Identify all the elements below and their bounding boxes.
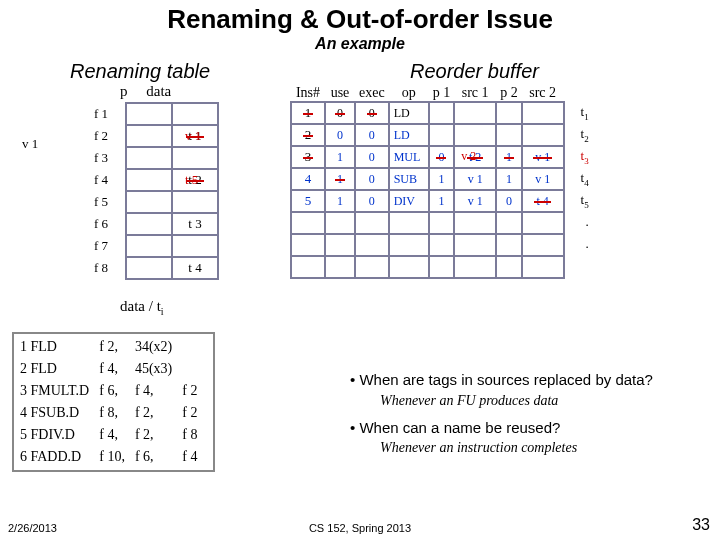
rob-row: 1 0 0 LD t1 [291,102,584,124]
q2: • When can a name be reused? [350,418,712,438]
renaming-table-section: Renaming table p data f 1 f 2t 1v 1 f 3 … [30,60,219,280]
rob-hdr: p 1 [429,85,455,102]
ren-reg: f 2 [80,125,126,147]
rob-row: . [291,212,584,234]
ren-data [172,103,218,125]
ren-data [172,191,218,213]
a1: Whenever an FU produces data [380,392,712,410]
ren-data: t 2t 5 [172,169,218,191]
q1: • When are tags in sources replaced by d… [350,370,712,390]
qa-bullets: • When are tags in sources replaced by d… [350,370,712,465]
rob-hdr: exec [355,85,389,102]
reorder-buffer-section: Reorder buffer Ins# use exec op p 1 src … [290,60,712,279]
ren-reg: f 5 [80,191,126,213]
rob-row: 2 0 0 LD t2 [291,124,584,146]
rob-hdr: Ins# [291,85,325,102]
tag: . [585,236,588,252]
tag: . [585,214,588,230]
instruction-list: 1 FLDf 2,34(x2) 2 FLDf 4,45(x3) 3 FMULT.… [12,332,215,479]
rob-row [291,256,584,278]
rob-hdr: use [325,85,355,102]
ren-reg: f 7 [80,235,126,257]
tag: t1 [581,104,589,122]
tag: t2 [581,126,589,144]
ren-data [172,235,218,257]
a2: Whenever an instruction completes [380,439,712,457]
ren-reg: f 6 [80,213,126,235]
rob-hdr: op [389,85,429,102]
ren-data: t 3 [172,213,218,235]
rob-table: Ins# use exec op p 1 src 1 p 2 src 2 1 0… [290,85,585,279]
rob-row: . [291,234,584,256]
ren-reg: f 4 [80,169,126,191]
rob-title: Reorder buffer [410,60,712,83]
rob-row: 4 1 0 SUB 1 v 1 1 v 1 t4 [291,168,584,190]
page-subtitle: An example [0,35,720,53]
ren-reg: f 8 [80,257,126,279]
rob-hdr: src 2 [522,85,564,102]
page-title: Renaming & Out-of-order Issue [0,0,720,35]
tag: t5 [581,192,589,210]
hdr-p: p [120,83,128,99]
renaming-title: Renaming table [70,60,219,83]
ren-data [172,147,218,169]
ren-reg: f 3 [80,147,126,169]
ren-data: t 4 [172,257,218,279]
renaming-table: f 1 f 2t 1v 1 f 3 f 4t 2t 5 f 5 f 6t 3 f… [80,102,219,280]
footer-course: CS 152, Spring 2013 [0,522,720,534]
rob-row: 3 1 0 MUL 0 t 2v 2 1 v 1 t3 [291,146,584,168]
rob-hdr: p 2 [496,85,522,102]
renaming-headers: p data [120,83,219,100]
data-ti-label: data / ti [120,298,164,317]
tag: t3 [581,148,589,166]
tag: t4 [581,170,589,188]
footer-page: 33 [692,516,710,534]
hdr-data: data [146,83,171,99]
rob-hdr: src 1 [454,85,496,102]
ren-data: t 1v 1 [172,125,218,147]
rob-row: 5 1 0 DIV 1 v 1 0 t 4 t5 [291,190,584,212]
v1-label: v 1 [22,136,38,152]
ren-reg: f 1 [80,103,126,125]
